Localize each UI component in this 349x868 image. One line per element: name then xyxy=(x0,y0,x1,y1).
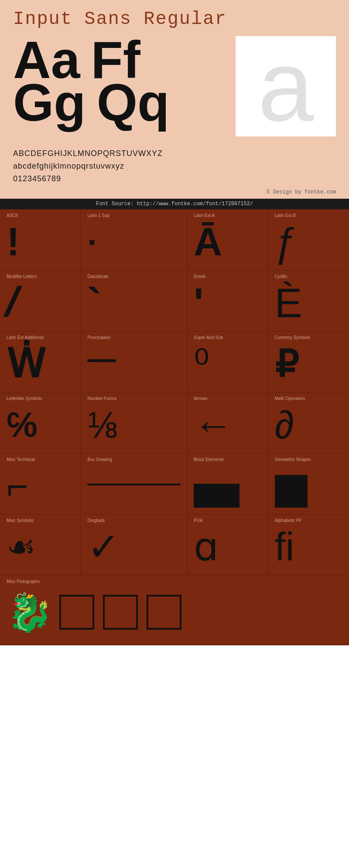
cell-latin1sup: Latin 1 Sup · xyxy=(81,210,187,271)
label-letterlike: Letterlike Symbols xyxy=(7,396,74,401)
glyph-pua: ɑ xyxy=(194,525,261,569)
cell-pua: PUA ɑ xyxy=(187,515,268,576)
glyph-punctuation: — xyxy=(87,342,180,386)
cell-punctuation: Punctuation — xyxy=(81,332,187,393)
alphabet-section: ABCDEFGHIJKLMNOPQRSTUVWXYZ abcdefghijklm… xyxy=(0,141,349,187)
label-alphapf: Alphabetic PF xyxy=(275,518,342,523)
glyph-numberforms: ⅛ xyxy=(87,403,180,447)
label-blockelements: Block Elements xyxy=(194,457,261,462)
glyph-qq: Qq xyxy=(97,79,170,126)
cell-latinextadd: Latin Ext Additional Ẇ xyxy=(0,332,81,393)
glyph-latin1sup: · xyxy=(87,220,180,264)
label-cyrillic: Cyrillic xyxy=(275,274,342,279)
cell-superandsub: Super And Sub ⁰ xyxy=(187,332,268,393)
glyph-letterlike: ℅ xyxy=(7,403,74,447)
glyph-latinextadd: Ẇ xyxy=(7,342,74,386)
glyph-big-a: a xyxy=(258,36,314,136)
cell-blockelements: Block Elements xyxy=(187,454,268,515)
glyph-arrows: ← xyxy=(194,403,261,447)
glyph-blockelements xyxy=(194,464,261,508)
glyph-mathop: ∂ xyxy=(275,403,342,447)
glyph-geoshapes xyxy=(275,464,342,508)
glyph-diacriticals: ` xyxy=(87,281,180,325)
label-greek: Greek xyxy=(194,274,261,279)
credit-text: © Design by fontke.com xyxy=(267,189,336,195)
label-latin1sup: Latin 1 Sup xyxy=(87,213,180,218)
glyph-superandsub: ⁰ xyxy=(194,342,261,386)
glyph-latinextb: ƒ xyxy=(275,220,342,264)
label-latinexta: Latin Ext A xyxy=(194,213,261,218)
label-miscpicto: Misc Pictographs xyxy=(7,579,342,584)
label-diacriticals: Diacriticals xyxy=(87,274,180,279)
glyph-miscpicto: 🐉 xyxy=(7,586,342,638)
cell-boxdraw: Box Drawing ───── xyxy=(81,454,187,515)
label-numberforms: Number Forms xyxy=(87,396,180,401)
label-arrows: Arrows xyxy=(194,396,261,401)
cell-latinextb: Latin Ext B ƒ xyxy=(268,210,349,271)
cell-mathop: Math Operators ∂ xyxy=(268,393,349,454)
glyph-currency: ₽ xyxy=(275,342,342,386)
picto-glyph-2 xyxy=(59,595,94,630)
glyph-boxdraw: ───── xyxy=(87,464,180,508)
source-line: Font Source: http://www.fontke.com/font/… xyxy=(0,199,349,209)
label-geoshapes: Geometric Shapes xyxy=(275,457,342,462)
glyph-ascii: ! xyxy=(7,220,74,264)
cell-miscpicto: Misc Pictographs 🐉 xyxy=(0,576,349,645)
cell-numberforms: Number Forms ⅛ xyxy=(81,393,187,454)
cell-letterlike: Letterlike Symbols ℅ xyxy=(0,393,81,454)
label-punctuation: Punctuation xyxy=(87,335,180,340)
glyph-greek: ' xyxy=(194,281,261,325)
label-boxdraw: Box Drawing xyxy=(87,457,180,462)
picto-glyph-3 xyxy=(103,595,138,630)
cell-alphapf: Alphabetic PF ﬁ xyxy=(268,515,349,576)
cell-latinexta: Latin Ext A Ā xyxy=(187,210,268,271)
bottom-section: ASCII ! Latin 1 Sup · Latin Ext A Ā Lati… xyxy=(0,209,349,645)
font-title: Input Sans Regular xyxy=(13,9,336,30)
credit-line: © Design by fontke.com xyxy=(0,187,349,199)
cell-diacriticals: Diacriticals ` xyxy=(81,271,187,332)
glyph-dingbats: ✓ xyxy=(87,525,180,569)
label-mathop: Math Operators xyxy=(275,396,342,401)
glyph-latinexta: Ā xyxy=(194,220,261,264)
label-misctech: Misc Technical xyxy=(7,457,74,462)
cell-arrows: Arrows ← xyxy=(187,393,268,454)
char-grid: ASCII ! Latin 1 Sup · Latin Ext A Ā Lati… xyxy=(0,209,349,645)
cell-cyrillic: Cyrillic È xyxy=(268,271,349,332)
alphabet-upper: ABCDEFGHIJKLMNOPQRSTUVWXYZ xyxy=(13,147,336,160)
cell-dingbats: Dingbats ✓ xyxy=(81,515,187,576)
glyph-modifier: / xyxy=(1,281,80,325)
label-latinextadd: Latin Ext Additional xyxy=(7,335,74,340)
cell-greek: Greek ' xyxy=(187,271,268,332)
cell-currency: Currency Symbols ₽ xyxy=(268,332,349,393)
picto-glyph-4 xyxy=(147,595,181,630)
cell-miscsymbols: Misc Symbols ☙ xyxy=(0,515,81,576)
cell-misctech: Misc Technical ⌐ xyxy=(0,454,81,515)
label-miscsymbols: Misc Symbols xyxy=(7,518,74,523)
top-section: Input Sans Regular Aa Ff Gg Qq a xyxy=(0,0,349,141)
glyph-cyrillic: È xyxy=(275,281,342,325)
cell-modifier: Modifier Letters / xyxy=(0,271,81,332)
label-dingbats: Dingbats xyxy=(87,518,180,523)
label-ascii: ASCII xyxy=(7,213,74,218)
glyph-alphapf: ﬁ xyxy=(275,525,342,569)
cell-ascii: ASCII ! xyxy=(0,210,81,271)
picto-glyph-1: 🐉 xyxy=(7,594,53,631)
cell-geoshapes: Geometric Shapes xyxy=(268,454,349,515)
source-text: Font Source: http://www.fontke.com/font/… xyxy=(96,201,253,207)
label-pua: PUA xyxy=(194,518,261,523)
digits: 0123456789 xyxy=(13,173,336,185)
label-currency: Currency Symbols xyxy=(275,335,342,340)
glyph-miscsymbols: ☙ xyxy=(7,525,74,569)
label-latinextb: Latin Ext B xyxy=(275,213,342,218)
alphabet-lower: abcdefghijklmnopqrstuvwxyz xyxy=(13,160,336,173)
glyph-misctech: ⌐ xyxy=(7,464,74,508)
glyph-gg: Gg xyxy=(13,79,86,126)
label-superandsub: Super And Sub xyxy=(194,335,261,340)
